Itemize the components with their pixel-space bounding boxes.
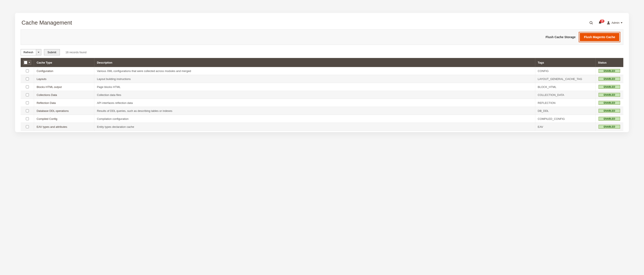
page-header: Cache Management 39 Admin [15,13,629,29]
cache-table: ▼ Cache Type Description Tags Status Con… [21,58,623,131]
col-cache-type[interactable]: Cache Type [34,58,94,67]
cell-status: ENABLED [595,67,623,75]
cell-cache-type: Reflection Data [34,99,94,107]
cell-status: ENABLED [595,99,623,107]
page-title: Cache Management [22,20,72,26]
cell-cache-type: EAV types and attributes [34,123,94,131]
cell-description: Page blocks HTML [94,83,535,91]
cell-tags: DB_DDL [535,107,595,115]
page-card: Cache Management 39 Admin Flush Cache St… [15,13,629,132]
mass-action-select[interactable]: Refresh [21,49,41,55]
table-row: ConfigurationVarious XML configurations … [21,67,623,75]
cell-description: Entity types declaration cache [94,123,535,131]
cell-cache-type: Database DDL operations [34,107,94,115]
cell-cache-type: Layouts [34,75,94,83]
cell-tags: REFLECTION [535,99,595,107]
records-found-label: 16 records found [66,51,86,54]
mass-action-dropdown[interactable] [36,49,41,55]
table-row: Reflection DataAPI interfaces reflection… [21,99,623,107]
status-badge: ENABLED [598,125,620,129]
cell-tags: CONFIG [535,67,595,75]
row-checkbox[interactable] [26,109,29,112]
cell-status: ENABLED [595,75,623,83]
cell-cache-type: Compiled Config [34,115,94,123]
row-checkbox[interactable] [26,117,29,120]
cell-status: ENABLED [595,91,623,99]
cell-tags: BLOCK_HTML [535,83,595,91]
row-checkbox-cell [21,115,34,123]
row-checkbox[interactable] [26,101,29,104]
cell-status: ENABLED [595,83,623,91]
status-badge: ENABLED [598,117,620,121]
cell-status: ENABLED [595,107,623,115]
status-badge: ENABLED [598,85,620,89]
table-row: Collections DataCollection data filesCOL… [21,91,623,99]
status-badge: ENABLED [598,101,620,105]
table-row: Database DDL operationsResults of DDL qu… [21,107,623,115]
cell-cache-type: Collections Data [34,91,94,99]
flush-magento-cache-button[interactable]: Flush Magento Cache [580,33,619,41]
toolbar: Refresh Submit 16 records found [15,49,629,58]
chevron-down-icon [38,52,40,53]
col-status[interactable]: Status [595,58,623,67]
notification-badge: 39 [600,20,604,23]
row-checkbox[interactable] [26,77,29,80]
chevron-down-icon [621,22,622,24]
table-row: LayoutsLayout building instructionsLAYOU… [21,75,623,83]
table-row: EAV types and attributesEntity types dec… [21,123,623,131]
select-all-header[interactable]: ▼ [21,58,34,67]
row-checkbox-cell [21,123,34,131]
submit-button[interactable]: Submit [44,49,60,55]
row-checkbox[interactable] [26,93,29,96]
row-checkbox[interactable] [26,85,29,88]
cell-description: Layout building instructions [94,75,535,83]
user-icon [607,21,610,25]
row-checkbox[interactable] [26,125,29,128]
cell-description: Compilation configuration [94,115,535,123]
row-checkbox-cell [21,67,34,75]
table-row: Blocks HTML outputPage blocks HTMLBLOCK_… [21,83,623,91]
header-actions: 39 Admin [589,21,622,25]
status-badge: ENABLED [598,77,620,81]
action-bar: Flush Cache Storage Flush Magento Cache [21,29,623,45]
cell-tags: LAYOUT_GENERAL_CACHE_TAG [535,75,595,83]
svg-point-0 [590,21,592,24]
row-checkbox-cell [21,91,34,99]
search-icon[interactable] [589,21,594,25]
cell-status: ENABLED [595,115,623,123]
status-badge: ENABLED [598,69,620,73]
mass-action-label[interactable]: Refresh [21,49,36,55]
cell-tags: EAV [535,123,595,131]
row-checkbox-cell [21,99,34,107]
table-row: Compiled ConfigCompilation configuration… [21,115,623,123]
col-tags[interactable]: Tags [535,58,595,67]
cell-cache-type: Blocks HTML output [34,83,94,91]
row-checkbox-cell [21,83,34,91]
cell-cache-type: Configuration [34,67,94,75]
admin-label: Admin [612,21,620,24]
status-badge: ENABLED [598,93,620,97]
cell-tags: COLLECTION_DATA [535,91,595,99]
notifications-button[interactable]: 39 [598,21,602,25]
status-badge: ENABLED [598,109,620,113]
cell-status: ENABLED [595,123,623,131]
admin-account-menu[interactable]: Admin [607,21,622,25]
cell-description: Various XML configurations that were col… [94,67,535,75]
row-checkbox-cell [21,75,34,83]
cell-tags: COMPILED_CONFIG [535,115,595,123]
cell-description: Results of DDL queries, such as describi… [94,107,535,115]
svg-point-2 [608,21,609,23]
row-checkbox-cell [21,107,34,115]
col-description[interactable]: Description [94,58,535,67]
row-checkbox[interactable] [26,69,29,72]
cell-description: API interfaces reflection data [94,99,535,107]
cell-description: Collection data files [94,91,535,99]
flush-cache-storage-button[interactable]: Flush Cache Storage [544,33,577,41]
svg-line-1 [592,23,593,24]
